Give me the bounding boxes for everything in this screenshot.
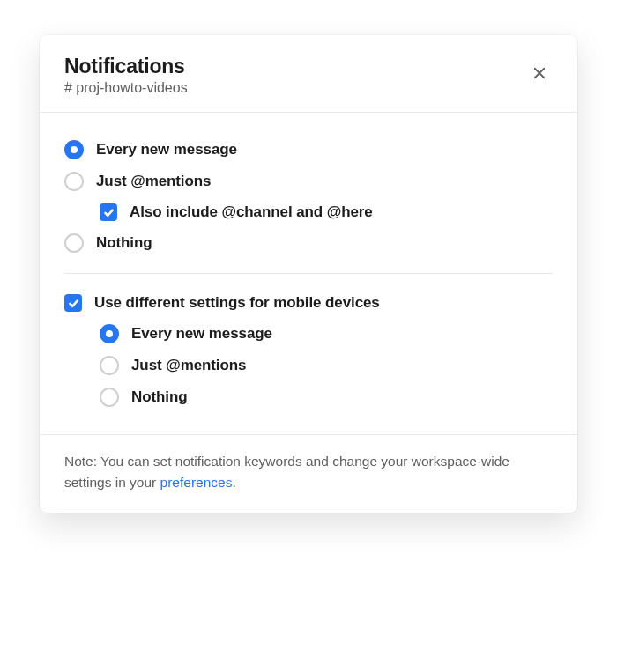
radio-option-mobile-mentions[interactable]: Just @mentions (100, 350, 553, 381)
option-label: Every new message (131, 325, 272, 343)
channel-subtitle: # proj-howto-videos (64, 80, 188, 96)
footer-note-prefix: Note: You can set notification keywords … (64, 454, 509, 490)
option-label: Also include @channel and @here (130, 203, 373, 221)
header-text: Notifications # proj-howto-videos (64, 55, 188, 96)
section-divider (64, 273, 553, 274)
preferences-link[interactable]: preferences (160, 475, 233, 490)
checkbox-option-include-channel[interactable]: Also include @channel and @here (100, 197, 553, 227)
footer-note-suffix: . (232, 475, 235, 490)
radio-option-just-mentions[interactable]: Just @mentions (64, 166, 553, 197)
radio-option-mobile-nothing[interactable]: Nothing (100, 381, 553, 413)
option-label: Just @mentions (131, 357, 246, 374)
option-label: Just @mentions (96, 173, 211, 190)
radio-unselected-icon (64, 233, 84, 253)
radio-selected-icon (100, 324, 119, 343)
option-label: Use different settings for mobile device… (94, 294, 380, 312)
channel-hash: # (64, 80, 72, 95)
checkbox-checked-icon (64, 294, 82, 312)
modal-body: Every new message Just @mentions Also in… (40, 113, 577, 434)
modal-title: Notifications (64, 55, 188, 78)
modal-footer: Note: You can set notification keywords … (40, 434, 577, 513)
radio-selected-icon (64, 140, 84, 159)
option-label: Nothing (96, 234, 152, 252)
notifications-modal: Notifications # proj-howto-videos Every … (40, 35, 577, 513)
radio-option-mobile-every[interactable]: Every new message (100, 318, 553, 350)
option-label: Every new message (96, 141, 237, 159)
checkbox-checked-icon (100, 203, 117, 221)
close-button[interactable] (526, 60, 553, 89)
radio-unselected-icon (100, 388, 119, 407)
radio-unselected-icon (100, 356, 119, 375)
radio-option-every-message[interactable]: Every new message (64, 134, 553, 166)
radio-unselected-icon (64, 172, 84, 191)
close-icon (532, 65, 547, 84)
modal-header: Notifications # proj-howto-videos (40, 35, 577, 113)
option-label: Nothing (131, 388, 188, 406)
radio-option-nothing[interactable]: Nothing (64, 227, 553, 259)
checkbox-option-mobile-different[interactable]: Use different settings for mobile device… (64, 288, 553, 318)
channel-name: proj-howto-videos (76, 80, 187, 95)
